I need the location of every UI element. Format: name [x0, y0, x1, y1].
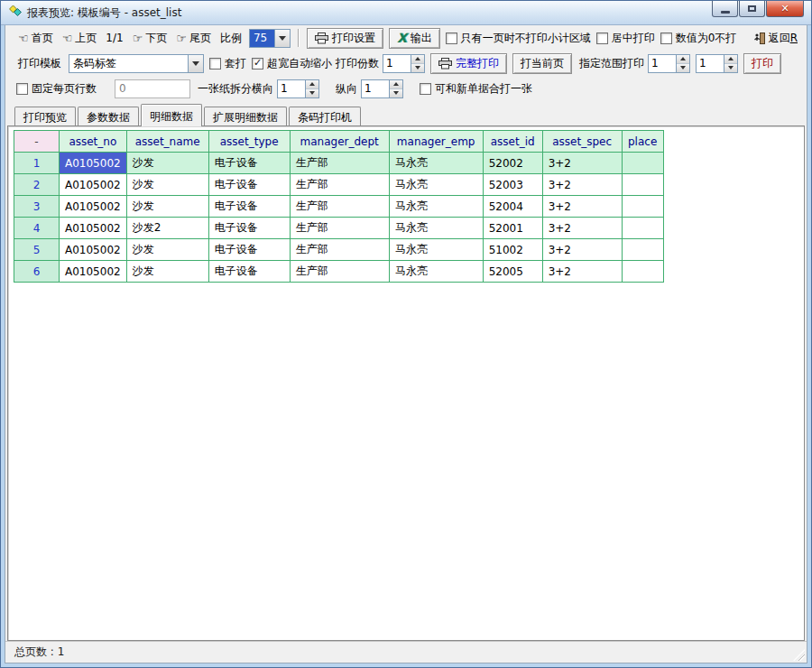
cell[interactable]: 马永亮	[389, 196, 483, 218]
full-print-button[interactable]: 完整打印	[430, 53, 507, 74]
spin-up-icon[interactable]	[306, 80, 318, 89]
spin-up-icon[interactable]	[390, 80, 402, 89]
split-horizontal-stepper[interactable]	[277, 79, 319, 98]
spin-up-icon[interactable]	[677, 55, 689, 64]
range-to-stepper[interactable]	[696, 54, 738, 73]
cell[interactable]: 电子设备	[208, 174, 290, 196]
first-page-button[interactable]: ☜首页	[16, 30, 55, 47]
column-header-asset_id[interactable]: asset_id	[483, 131, 542, 153]
column-header-asset_type[interactable]: asset_type	[208, 131, 290, 153]
row-number[interactable]: 3	[14, 196, 60, 218]
checkbox-no-subtotal-single-page[interactable]: 只有一页时不打印小计区域	[446, 31, 591, 46]
row-number[interactable]: 5	[14, 239, 60, 261]
cell[interactable]: 3+2	[542, 239, 622, 261]
column-header-asset_spec[interactable]: asset_spec	[542, 131, 622, 153]
cell[interactable]: 沙发	[126, 174, 208, 196]
row-number[interactable]: 6	[14, 261, 60, 283]
grid-corner-header[interactable]: -	[14, 131, 60, 153]
chevron-down-icon[interactable]	[274, 30, 290, 47]
resize-grip-icon[interactable]	[793, 649, 805, 661]
tab-parameter-data[interactable]: 参数数据	[78, 107, 139, 125]
cell[interactable]: 3+2	[542, 218, 622, 239]
chevron-down-icon[interactable]	[188, 55, 203, 72]
cell[interactable]: 生产部	[290, 174, 389, 196]
cell[interactable]: 电子设备	[208, 153, 290, 174]
column-header-asset_name[interactable]: asset_name	[126, 131, 208, 153]
split-horizontal-input[interactable]	[278, 80, 305, 97]
export-button[interactable]: X 输出	[389, 28, 440, 49]
cell[interactable]	[622, 239, 663, 261]
spin-down-icon[interactable]	[677, 64, 689, 72]
checkbox-merge-with-new[interactable]: 可和新单据合打一张	[420, 81, 532, 97]
column-header-place[interactable]: place	[622, 131, 663, 153]
cell[interactable]	[622, 153, 663, 174]
range-from-stepper[interactable]	[648, 54, 690, 73]
cell[interactable]: 3+2	[542, 174, 622, 196]
tab-print-preview[interactable]: 打印预览	[14, 107, 76, 125]
cell[interactable]	[622, 196, 663, 218]
titlebar[interactable]: 报表预览: 模板编号 - asset_list ✕	[1, 1, 811, 25]
checkbox-zero-no-print[interactable]: 数值为0不打	[660, 31, 737, 46]
last-page-button[interactable]: ☞尾页	[174, 30, 213, 47]
checkbox-center-print[interactable]: 居中打印	[596, 31, 655, 46]
cell[interactable]: 3+2	[542, 153, 622, 174]
print-current-page-button[interactable]: 打当前页	[512, 53, 572, 74]
cell[interactable]: 51002	[483, 239, 542, 261]
cell[interactable]: 马永亮	[389, 218, 483, 239]
cell[interactable]: 沙发	[126, 153, 208, 174]
range-to-input[interactable]	[697, 55, 724, 72]
tab-detail-data[interactable]: 明细数据	[141, 104, 202, 126]
cell[interactable]: A0105002	[60, 153, 127, 174]
cell[interactable]: 马永亮	[389, 239, 483, 261]
prev-page-button[interactable]: ☜上页	[60, 30, 99, 47]
cell[interactable]	[622, 174, 663, 196]
return-button[interactable]: 返回R	[752, 30, 799, 47]
range-from-input[interactable]	[649, 55, 676, 72]
template-combobox[interactable]: 条码标签	[69, 54, 204, 73]
cell[interactable]: A0105002	[60, 239, 127, 261]
cell[interactable]: A0105002	[60, 196, 127, 218]
print-button[interactable]: 打印	[743, 53, 781, 74]
cell[interactable]: 电子设备	[208, 239, 290, 261]
spin-down-icon[interactable]	[411, 64, 424, 72]
spin-up-icon[interactable]	[411, 55, 424, 64]
cell[interactable]: 生产部	[290, 153, 389, 174]
cell[interactable]	[622, 261, 663, 283]
cell[interactable]: 生产部	[290, 261, 389, 283]
column-header-manager_emp[interactable]: manager_emp	[389, 131, 483, 153]
spin-up-icon[interactable]	[724, 55, 737, 64]
split-vertical-input[interactable]	[362, 80, 389, 97]
close-button[interactable]: ✕	[766, 1, 804, 17]
cell[interactable]: A0105002	[60, 261, 127, 283]
cell[interactable]: 生产部	[290, 239, 389, 261]
column-header-asset_no[interactable]: asset_no	[60, 131, 127, 153]
cell[interactable]: 生产部	[290, 196, 389, 218]
cell[interactable]: 沙发	[126, 261, 208, 283]
spin-down-icon[interactable]	[306, 89, 318, 97]
scale-combobox[interactable]: 75	[249, 29, 291, 48]
row-number[interactable]: 2	[14, 174, 60, 196]
cell[interactable]: 电子设备	[208, 261, 290, 283]
cell[interactable]: 马永亮	[389, 174, 483, 196]
copies-stepper[interactable]	[383, 54, 425, 73]
next-page-button[interactable]: ☞下页	[131, 30, 170, 47]
checkbox-fixed-rows[interactable]: 固定每页行数	[16, 81, 97, 97]
cell[interactable]: 3+2	[542, 261, 622, 283]
print-settings-button[interactable]: 打印设置	[307, 28, 383, 49]
tab-barcode-printer[interactable]: 条码打印机	[289, 107, 361, 125]
cell[interactable]: 52001	[483, 218, 542, 239]
fixed-rows-input[interactable]	[115, 79, 190, 98]
cell[interactable]	[622, 218, 663, 239]
spin-down-icon[interactable]	[724, 64, 737, 72]
cell[interactable]: A0105002	[60, 218, 127, 239]
cell[interactable]: 电子设备	[208, 196, 290, 218]
minimize-button[interactable]	[712, 1, 738, 17]
cell[interactable]: 52004	[483, 196, 542, 218]
maximize-button[interactable]	[739, 1, 765, 17]
cell[interactable]: 52003	[483, 174, 542, 196]
cell[interactable]: 沙发	[126, 196, 208, 218]
cell[interactable]: 电子设备	[208, 218, 290, 239]
cell[interactable]: 52005	[483, 261, 542, 283]
cell[interactable]: 52002	[483, 153, 542, 174]
row-number[interactable]: 1	[14, 153, 60, 174]
